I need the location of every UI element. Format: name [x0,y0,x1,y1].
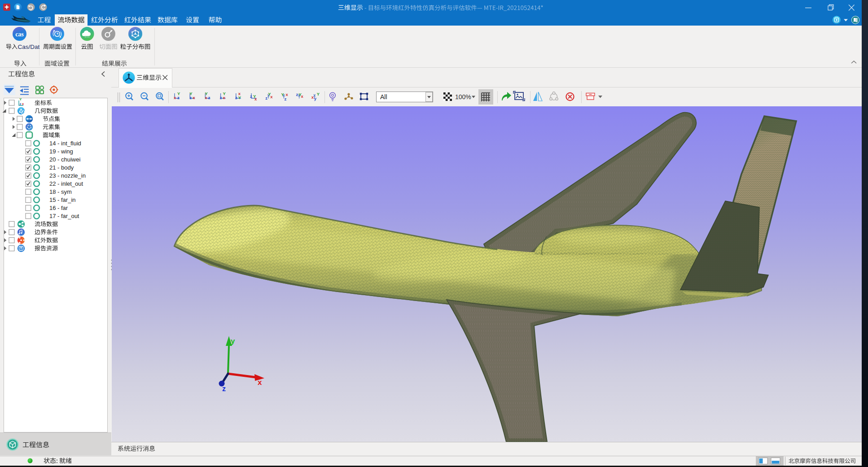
svg-text:z: z [250,94,252,99]
svg-text:z: z [208,95,210,100]
svg-text:x: x [193,95,195,100]
svg-text:Y: Y [189,91,193,96]
svg-text:All: All [380,93,387,100]
svg-text:100%: 100% [455,93,471,100]
svg-text:z: z [235,95,237,100]
svg-text:z: z [19,102,21,106]
svg-text:z: z [296,92,298,97]
svg-text:16 - far: 16 - far [49,205,68,211]
svg-text:Y: Y [205,91,208,96]
svg-text:y: y [231,337,235,345]
svg-text:Y: Y [177,91,180,96]
svg-text:Y: Y [19,97,22,101]
svg-text:x: x [174,95,176,100]
svg-text:x: x [254,96,257,101]
svg-text:Cas/Dat: Cas/Dat [18,44,40,50]
svg-text:x: x [301,94,304,99]
svg-text:22 - inlet_out: 22 - inlet_out [49,180,83,187]
svg-text:z: z [284,96,286,101]
svg-text:Y: Y [281,92,284,97]
svg-text:15 - far_in: 15 - far_in [49,196,76,203]
svg-text:23 - nozzle_in: 23 - nozzle_in [49,172,86,179]
svg-text:18 - sym: 18 - sym [49,188,72,195]
svg-text:20 - chuiwei: 20 - chuiwei [49,156,80,163]
svg-text:14 - int_fluid: 14 - int_fluid [49,140,81,147]
svg-text:cas: cas [15,31,24,38]
svg-text:21 - body: 21 - body [49,164,74,171]
svg-text:x: x [238,91,241,96]
svg-text:19 - wing: 19 - wing [49,148,73,155]
svg-text:17 - far_out: 17 - far_out [49,213,79,219]
svg-text:z: z [265,96,267,100]
svg-text:x: x [270,94,273,99]
svg-text:x: x [258,378,262,387]
svg-text:z: z [220,95,222,100]
svg-text:y: y [314,96,317,101]
svg-text:Y: Y [317,92,320,96]
svg-text:Y: Y [223,91,226,96]
svg-text:z: z [222,385,226,393]
